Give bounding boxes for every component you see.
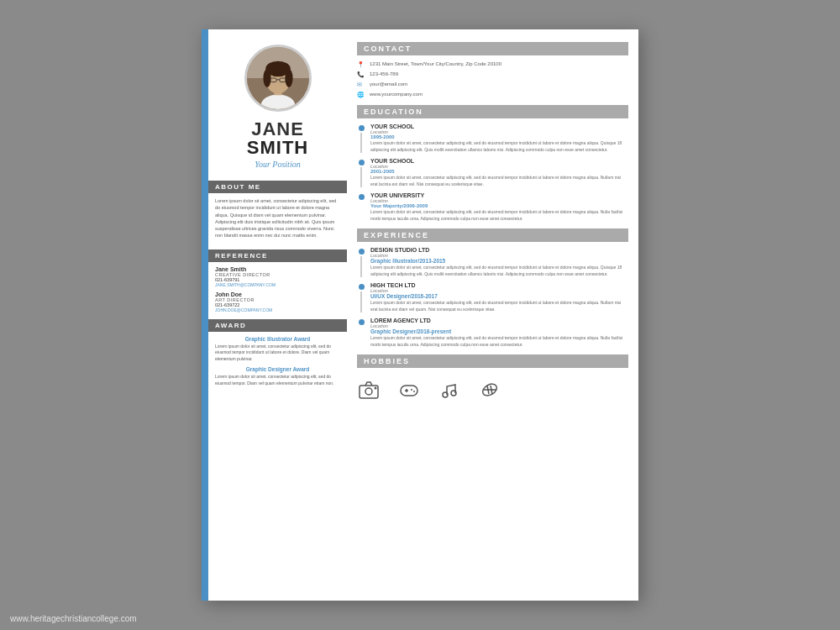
edu-school-3: YOUR UNIVERSITY bbox=[370, 192, 628, 198]
ref2-email: JOHN.DOE@COMPANY.COM bbox=[215, 307, 340, 312]
music-icon bbox=[438, 378, 461, 402]
svg-point-6 bbox=[263, 69, 270, 87]
exp-company-1: DESIGN STUDIO LTD bbox=[370, 247, 628, 253]
left-column: JANE SMITH Your Position ABOUT ME Lorem … bbox=[208, 29, 347, 601]
reference-block: Jane Smith CREATIVE DIRECTOR 021-639791 … bbox=[208, 266, 347, 312]
exp-content-1: DESIGN STUDIO LTD Location Graphic Illus… bbox=[370, 247, 628, 277]
edu-years-3: Your Majority/2006-2009 bbox=[370, 203, 628, 208]
ref1-name: Jane Smith bbox=[215, 266, 340, 272]
edu-dot-col-2 bbox=[357, 158, 365, 187]
edu-desc-3: Lorem ipsum dolor sit amet, consectetur … bbox=[370, 209, 628, 222]
contact-row-address: 📍 1231 Main Street, Town/Your City/Count… bbox=[357, 60, 628, 68]
exp-content-3: LOREM AGENCY LTD Location Graphic Design… bbox=[370, 318, 628, 348]
edu-desc-1: Lorem ipsum dolor sit amet, consectetur … bbox=[370, 140, 628, 153]
exp-line-1 bbox=[360, 256, 362, 277]
experience-section: DESIGN STUDIO LTD Location Graphic Illus… bbox=[357, 247, 628, 348]
award1-text: Lorem ipsum dolor sit amet, consectetur … bbox=[208, 344, 347, 363]
exp-item-3: LOREM AGENCY LTD Location Graphic Design… bbox=[357, 318, 628, 348]
web-icon: 🌐 bbox=[357, 92, 365, 98]
edu-line-1 bbox=[360, 133, 362, 153]
edu-desc-2: Lorem ipsum dolor sit amet, consectetur … bbox=[370, 175, 628, 187]
exp-role-2: UI/UX Designer/2016-2017 bbox=[370, 293, 628, 299]
about-me-header: ABOUT ME bbox=[208, 181, 347, 193]
edu-content-1: YOUR SCHOOL Location 1995-2000 Lorem ips… bbox=[370, 123, 628, 153]
exp-item-1: DESIGN STUDIO LTD Location Graphic Illus… bbox=[357, 247, 628, 277]
contact-section: 📍 1231 Main Street, Town/Your City/Count… bbox=[357, 60, 628, 98]
page-background: www.heritagechristiancollege.com bbox=[0, 0, 840, 630]
award2-title: Graphic Designer Award bbox=[239, 366, 317, 372]
right-column: CONTACT 📍 1231 Main Street, Town/Your Ci… bbox=[347, 29, 638, 601]
football-icon bbox=[478, 378, 501, 402]
exp-dot-col-3 bbox=[357, 318, 365, 348]
contact-row-website: 🌐 www.yourcompany.com bbox=[357, 91, 628, 98]
edu-school-2: YOUR SCHOOL bbox=[370, 158, 628, 164]
exp-dot-col-1 bbox=[357, 247, 365, 277]
edu-content-2: YOUR SCHOOL Location 2001-2005 Lorem ips… bbox=[370, 158, 628, 187]
accent-strip bbox=[202, 29, 208, 601]
email-icon: ✉ bbox=[357, 81, 365, 88]
exp-desc-2: Lorem ipsum dolor sit amet, consectetur … bbox=[370, 300, 628, 312]
education-section: YOUR SCHOOL Location 1995-2000 Lorem ips… bbox=[357, 123, 628, 222]
job-position: Your Position bbox=[247, 160, 308, 169]
exp-line-2 bbox=[360, 291, 362, 312]
contact-email: your@email.com bbox=[370, 81, 407, 87]
edu-item-2: YOUR SCHOOL Location 2001-2005 Lorem ips… bbox=[357, 158, 628, 187]
svg-line-24 bbox=[491, 386, 492, 394]
education-header: EDUCATION bbox=[357, 105, 628, 118]
award-header: AWARD bbox=[208, 319, 347, 332]
award2-text: Lorem ipsum dolor sit amet, consectetur … bbox=[208, 374, 347, 386]
exp-dot-3 bbox=[359, 319, 365, 325]
edu-years-2: 2001-2005 bbox=[370, 169, 628, 174]
edu-school-1: YOUR SCHOOL bbox=[370, 123, 628, 129]
svg-point-18 bbox=[413, 391, 415, 392]
exp-company-2: HIGH TECH LTD bbox=[370, 282, 628, 288]
svg-point-13 bbox=[375, 387, 377, 390]
edu-item-3: YOUR UNIVERSITY Location Your Majority/2… bbox=[357, 192, 628, 222]
edu-line-2 bbox=[360, 167, 362, 187]
edu-dot-1 bbox=[359, 125, 365, 131]
experience-header: EXPERIENCE bbox=[357, 228, 628, 242]
first-name: JANE bbox=[247, 120, 308, 139]
svg-line-23 bbox=[487, 386, 489, 394]
edu-dot-2 bbox=[359, 160, 365, 165]
contact-website: www.yourcompany.com bbox=[370, 91, 423, 97]
last-name: SMITH bbox=[247, 139, 308, 157]
edu-dot-col-3 bbox=[357, 192, 365, 222]
about-me-text: Lorem ipsum dolor sit amet, consectetur … bbox=[208, 197, 347, 239]
hobbies-section bbox=[357, 373, 628, 407]
exp-item-2: HIGH TECH LTD Location UI/UX Designer/20… bbox=[357, 282, 628, 312]
edu-years-1: 1995-2000 bbox=[370, 134, 628, 139]
award1-title: Graphic Illustrator Award bbox=[239, 336, 318, 342]
exp-desc-1: Lorem ipsum dolor sit amet, consectetur … bbox=[370, 265, 628, 277]
edu-content-3: YOUR UNIVERSITY Location Your Majority/2… bbox=[370, 192, 628, 222]
edu-item-1: YOUR SCHOOL Location 1995-2000 Lorem ips… bbox=[357, 123, 628, 153]
exp-role-3: Graphic Designer/2018-present bbox=[370, 328, 628, 334]
reference-header: REFERENCE bbox=[208, 249, 347, 262]
contact-header: CONTACT bbox=[357, 42, 628, 55]
contact-row-email: ✉ your@email.com bbox=[357, 81, 628, 88]
contact-phone: 123-456-789 bbox=[370, 71, 398, 77]
svg-point-12 bbox=[365, 388, 372, 395]
exp-company-3: LOREM AGENCY LTD bbox=[370, 318, 628, 323]
phone-icon: 📞 bbox=[357, 71, 365, 78]
resume-document: JANE SMITH Your Position ABOUT ME Lorem … bbox=[202, 29, 638, 601]
contact-address: 1231 Main Street, Town/Your City/Country… bbox=[370, 60, 501, 67]
contact-row-phone: 📞 123-456-789 bbox=[357, 71, 628, 78]
avatar bbox=[244, 45, 312, 112]
hobbies-header: HOBBIES bbox=[357, 354, 628, 368]
svg-point-17 bbox=[411, 389, 412, 391]
ref2-name: John Doe bbox=[215, 291, 340, 297]
exp-dot-2 bbox=[359, 284, 365, 290]
svg-point-7 bbox=[285, 69, 292, 87]
camera-icon bbox=[357, 378, 381, 402]
name-block: JANE SMITH Your Position bbox=[240, 120, 315, 169]
edu-dot-col-1 bbox=[357, 123, 365, 153]
exp-role-1: Graphic Illustrator/2013-2015 bbox=[370, 258, 628, 264]
location-icon: 📍 bbox=[357, 61, 365, 68]
exp-dot-1 bbox=[359, 249, 365, 255]
watermark: www.heritagechristiancollege.com bbox=[10, 614, 137, 623]
svg-rect-14 bbox=[401, 386, 417, 396]
edu-dot-3 bbox=[359, 194, 365, 200]
exp-dot-col-2 bbox=[357, 282, 365, 312]
exp-desc-3: Lorem ipsum dolor sit amet, consectetur … bbox=[370, 335, 628, 348]
